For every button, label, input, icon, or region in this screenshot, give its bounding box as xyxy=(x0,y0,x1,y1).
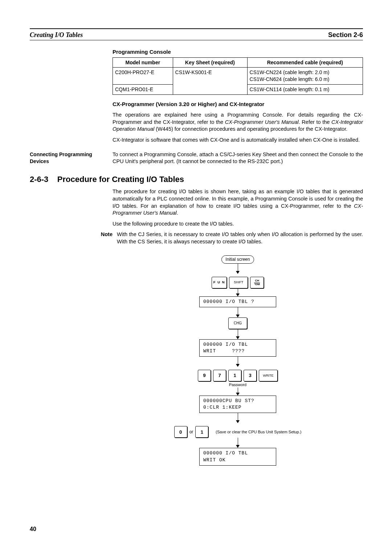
lcd-line: 000000 I/O TBL xyxy=(203,450,248,456)
table-row: C200H-PRO27-E CS1W-KS001-E CS1W-CN224 (c… xyxy=(113,68,363,85)
th-keysheet: Key Sheet (required) xyxy=(173,57,247,68)
note-label: Note xyxy=(92,231,117,245)
text: . Refer to the xyxy=(299,119,331,125)
section-heading-263: 2-6-3 Procedure for Creating I/O Tables xyxy=(30,174,363,185)
arrow-down-icon xyxy=(236,329,240,339)
key-write: WRITE xyxy=(259,370,278,381)
cell-model: C200H-PRO27-E xyxy=(113,68,173,85)
arrow-down-icon xyxy=(236,264,240,274)
s263-para1: The procedure for creating I/O tables is… xyxy=(113,188,363,216)
s263-para2: Use the following procedure to create th… xyxy=(113,220,363,228)
section263-body: The procedure for creating I/O tables is… xyxy=(113,188,363,227)
flowchart: Initial screen F U N SHIFT CH *DM 000000… xyxy=(113,255,363,465)
key-ch-bot: *DM xyxy=(254,283,260,285)
text-italic: CX-Programmer User's Manual xyxy=(225,119,299,125)
key-1b: 1 xyxy=(195,426,208,438)
fc-lcd-2: 000000 I/O TBL WRIT ???? xyxy=(199,339,276,357)
fc-initial-screen: Initial screen xyxy=(221,255,254,263)
fc-digits-row: 9 7 1 3 WRITE xyxy=(198,370,278,381)
arrow-down-icon xyxy=(236,307,240,317)
key-9: 9 xyxy=(198,370,211,381)
key-ch-dm: CH *DM xyxy=(250,277,264,288)
or-label: or xyxy=(189,429,193,435)
cxprog-para2: CX-Integrator is software that comes wit… xyxy=(113,137,363,144)
text: The procedure for creating I/O tables is… xyxy=(113,189,363,208)
cell-keysheet: CS1W-KS001-E xyxy=(173,68,247,95)
key-shift: SHIFT xyxy=(229,277,248,288)
programming-console-block: Programming Console Model number Key She… xyxy=(113,48,363,143)
fc-lcd-1: 000000 I/O TBL ? xyxy=(199,296,276,307)
lcd-line: WRIT OK xyxy=(203,457,226,463)
password-label: Password xyxy=(229,382,246,388)
th-cable: Recommended cable (required) xyxy=(247,57,363,68)
note-row: Note With the CJ Series, it is necessary… xyxy=(30,231,363,245)
text: . xyxy=(177,210,178,216)
fc-zero-one-row: 0 or 1 (Save or clear the CPU Bus Unit S… xyxy=(174,426,302,438)
lcd-line: 000000CPU BU ST? xyxy=(203,398,254,404)
flowchart-container: Initial screen F U N SHIFT CH *DM 000000… xyxy=(113,255,363,465)
lcd-line: 0:CLR 1:KEEP xyxy=(203,405,242,410)
lcd-line: 000000 I/O TBL xyxy=(203,342,248,347)
fc-keys-row-1: F U N SHIFT CH *DM xyxy=(212,277,264,288)
key-chg: CHG xyxy=(228,317,247,329)
section-title: Procedure for Creating I/O Tables xyxy=(57,175,184,184)
cxprog-heading: CX-Programmer (Version 3.20 or Higher) a… xyxy=(113,101,363,108)
section-number: 2-6-3 xyxy=(30,175,48,184)
console-table: Model number Key Sheet (required) Recomm… xyxy=(113,57,363,95)
setup-annotation: (Save or clear the CPU Bus Unit System S… xyxy=(216,429,301,435)
cable-line: CS1W-CN224 (cable length: 2.0 m) xyxy=(250,69,330,75)
cxprog-para1: The operations are explained here using … xyxy=(113,112,363,133)
note-body: With the CJ Series, it is necessary to c… xyxy=(117,231,363,245)
key-1: 1 xyxy=(228,370,241,381)
cell-cable: CS1W-CN114 (cable length: 0.1 m) xyxy=(247,85,363,95)
table-caption: Programming Console xyxy=(113,48,363,56)
arrow-down-icon xyxy=(236,357,240,367)
th-model: Model number xyxy=(113,57,173,68)
page-header: Creating I/O Tables Section 2-6 xyxy=(30,31,363,40)
page-number: 40 xyxy=(30,525,36,533)
connect-side-label: Connecting Programming Devices xyxy=(30,151,113,165)
header-title-right: Section 2-6 xyxy=(328,31,363,39)
connect-row: Connecting Programming Devices To connec… xyxy=(30,151,363,165)
text: (W445) for connection procedures and ope… xyxy=(154,126,347,132)
arrow-down-icon xyxy=(236,413,240,423)
key-0: 0 xyxy=(174,426,187,438)
arrow-down-icon xyxy=(236,388,240,396)
lcd-line: WRIT ???? xyxy=(203,348,245,354)
top-rule xyxy=(30,28,363,29)
fc-lcd-3: 000000CPU BU ST? 0:CLR 1:KEEP xyxy=(199,396,276,413)
header-title-left: Creating I/O Tables xyxy=(30,31,83,39)
connect-body: To connect a Programming Console, attach… xyxy=(113,151,363,165)
arrow-down-icon xyxy=(236,288,240,296)
arrow-down-icon xyxy=(236,438,240,448)
cable-line: CS1W-CN624 (cable length: 6.0 m) xyxy=(250,76,330,82)
key-3: 3 xyxy=(244,370,257,381)
cell-model: CQM1-PRO01-E xyxy=(113,85,173,95)
key-7: 7 xyxy=(213,370,226,381)
fc-lcd-4: 000000 I/O TBL WRIT OK xyxy=(199,448,276,465)
cell-cable: CS1W-CN224 (cable length: 2.0 m) CS1W-CN… xyxy=(247,68,363,85)
key-fun: F U N xyxy=(212,277,227,288)
